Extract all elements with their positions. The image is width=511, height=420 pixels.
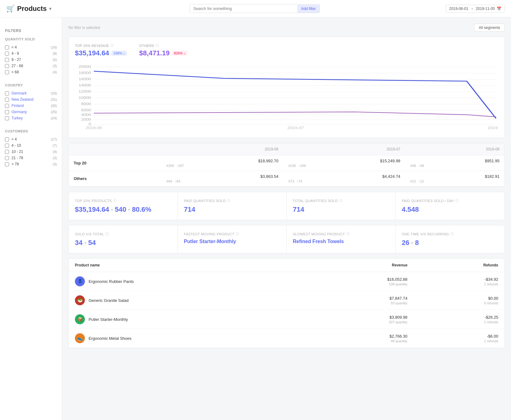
filter-cust-4-10-checkbox[interactable] <box>5 144 9 148</box>
product-name-text: Generic Granite Salad <box>89 298 129 303</box>
product-refund-cell: -$26.25 1 refunds <box>414 310 504 329</box>
cart-icon: 🛒 <box>6 5 15 13</box>
filter-cust-4-10[interactable]: 4 - 10 (7) <box>5 142 57 149</box>
filter-qty-4-9-checkbox[interactable] <box>5 52 9 56</box>
product-avatar: 👟 <box>75 333 85 343</box>
others-badge: 826% ↓ <box>172 51 187 56</box>
calendar-icon: 📅 <box>497 7 501 11</box>
product-name-cell: 📦 Putler Starter-Monthly <box>69 310 305 329</box>
stat-paidday-info-icon[interactable]: ⓘ <box>455 198 459 203</box>
filter-qty-lt4-checkbox[interactable] <box>5 45 9 49</box>
filter-country-denmark[interactable]: Denmark (33) <box>5 90 57 96</box>
filter-country-germany-checkbox[interactable] <box>5 110 9 114</box>
filter-country-germany[interactable]: Germany (25) <box>5 109 57 115</box>
filter-cust-lt4-count: (17) <box>51 137 57 141</box>
filter-cust-4-10-label: 4 - 10 <box>12 143 50 148</box>
stat-totalqty-info-icon[interactable]: ⓘ <box>339 198 343 203</box>
others-jun: $3,863.54 #64↑64 <box>162 171 283 187</box>
top20-label: TOP 20% REVENUE ⓘ <box>75 43 127 48</box>
add-filter-button[interactable]: Add filter <box>297 5 320 13</box>
product-table: Product name Revenue Refunds 👖 Ergonomic… <box>69 259 504 348</box>
others-aug: $182.91 #12↑12 <box>405 171 504 187</box>
sidebar: FILTERS Quantity Sold < 4 (16) 4 - 9 (8)… <box>0 17 62 420</box>
stat-paidqty-info-icon[interactable]: ⓘ <box>227 198 230 203</box>
filter-country-turkey-checkbox[interactable] <box>5 116 9 120</box>
stat-soldvs-info-icon[interactable]: ⓘ <box>105 232 109 236</box>
product-avatar: 👖 <box>75 276 85 286</box>
svg-text:8000: 8000 <box>81 102 91 106</box>
chevron-down-icon[interactable]: ▾ <box>49 6 51 11</box>
svg-text:2000: 2000 <box>81 118 91 121</box>
filter-cust-21-78-checkbox[interactable] <box>5 156 9 160</box>
svg-text:4000: 4000 <box>81 113 91 117</box>
product-row: 🥗 Generic Granite Salad $7,847.74 93 qua… <box>69 291 504 310</box>
stat-top20-info-icon[interactable]: ⓘ <box>113 198 116 203</box>
stat-fastest-info-icon[interactable]: ⓘ <box>236 232 239 236</box>
product-revenue-cell: $2,766.30 48 quantity <box>305 329 414 348</box>
filter-qty-lt4[interactable]: < 4 (16) <box>5 44 57 50</box>
filter-country-finland-checkbox[interactable] <box>5 104 9 108</box>
col-header-aug: 2019-08 <box>405 143 504 155</box>
filter-cust-21-78[interactable]: 21 - 78 (3) <box>5 155 57 161</box>
stat-sold-vs-total: SOLD V/S TOTAL ⓘ 34 • 54 <box>69 225 178 253</box>
top20-metric: TOP 20% REVENUE ⓘ $35,194.64 168% ↓ <box>75 43 127 57</box>
filter-cust-lt4[interactable]: < 4 (17) <box>5 136 57 142</box>
others-info-icon[interactable]: ⓘ <box>155 43 159 48</box>
filter-cust-21-78-label: 21 - 78 <box>12 156 50 160</box>
date-from: 2019-06-01 <box>449 7 468 11</box>
filter-cust-lt4-checkbox[interactable] <box>5 137 9 141</box>
chart-svg: 20000 18000 16000 14000 12000 10000 8000… <box>75 62 498 131</box>
filter-qty-gt68[interactable]: > 68 (4) <box>5 69 57 75</box>
product-avatar: 🥗 <box>75 295 85 305</box>
filter-cust-10-21[interactable]: 10 - 21 (4) <box>5 149 57 155</box>
filter-qty-27-68-checkbox[interactable] <box>5 64 9 68</box>
others-label: OTHERS ⓘ <box>139 43 187 48</box>
stat-fastest-product: FASTEST MOVING PRODUCT ⓘ Putler Starter-… <box>178 225 287 253</box>
col-header-jun: 2019-06 <box>162 143 283 155</box>
header: 🛒 Products ▾ Add filter 2019-06-01 → 201… <box>0 0 511 17</box>
date-range[interactable]: 2019-06-01 → 2019-11-05 📅 <box>446 5 505 13</box>
filter-qty-4-9-count: (8) <box>53 52 57 55</box>
product-name-text: Ergonomic Rubber Pants <box>89 279 134 284</box>
title-text: Products <box>17 5 47 13</box>
stat-paid-per-day: PAID QUANTITIES SOLD / DAY ⓘ 4.548 <box>396 192 505 220</box>
filter-country-turkey[interactable]: Turkey (24) <box>5 115 57 121</box>
stat-onetime-info-icon[interactable]: ⓘ <box>450 232 454 236</box>
filter-section-country-title: Country <box>5 83 57 87</box>
filter-qty-9-27[interactable]: 9 - 27 (5) <box>5 57 57 63</box>
all-segments-button[interactable]: All segments <box>474 24 505 32</box>
filter-cust-gt78[interactable]: > 78 (3) <box>5 161 57 167</box>
filter-country-turkey-count: (24) <box>51 116 57 120</box>
filter-section-customers-title: Customers <box>5 129 57 133</box>
filter-qty-gt68-checkbox[interactable] <box>5 70 9 74</box>
others-jul: $4,424.74 #73↑74 <box>283 171 405 187</box>
filter-qty-lt4-label: < 4 <box>12 45 48 49</box>
col-header-label <box>69 143 162 155</box>
filter-country-finland[interactable]: Finland (30) <box>5 103 57 109</box>
stat-slowest-info-icon[interactable]: ⓘ <box>346 232 350 236</box>
filter-cust-gt78-checkbox[interactable] <box>5 162 9 166</box>
svg-text:10000: 10000 <box>79 96 91 99</box>
search-input[interactable] <box>190 4 297 13</box>
product-col-revenue: Revenue <box>305 259 414 272</box>
product-table-card: Product name Revenue Refunds 👖 Ergonomic… <box>68 258 505 348</box>
filter-country-newzealand-checkbox[interactable] <box>5 98 9 102</box>
filter-qty-4-9[interactable]: 4 - 9 (8) <box>5 50 57 57</box>
product-avatar: 📦 <box>75 314 85 324</box>
filter-country-germany-label: Germany <box>12 110 48 114</box>
others-metric: OTHERS ⓘ $8,471.19 826% ↓ <box>139 43 187 57</box>
main-content: No filter is selected All segments TOP 2… <box>62 17 511 420</box>
filter-qty-9-27-checkbox[interactable] <box>5 58 9 62</box>
product-revenue-cell: $3,909.98 207 quantity <box>305 310 414 329</box>
top20-badge: 168% ↓ <box>112 51 127 56</box>
page-title: 🛒 Products ▾ <box>6 5 68 13</box>
filter-cust-21-78-count: (3) <box>53 156 57 160</box>
top20-info-icon[interactable]: ⓘ <box>110 43 114 48</box>
col-header-jul: 2019-07 <box>283 143 405 155</box>
filter-qty-27-68[interactable]: 27 - 68 (3) <box>5 63 57 69</box>
top20-jun: $18,992.70 #256↑267 <box>162 155 283 171</box>
filter-country-denmark-checkbox[interactable] <box>5 91 9 95</box>
filter-country-newzealand[interactable]: New Zealand (31) <box>5 96 57 103</box>
stat-top20-products: TOP 20% PRODUCTS ⓘ $35,194.64 • 540 • 80… <box>69 192 178 220</box>
filter-cust-10-21-checkbox[interactable] <box>5 150 9 154</box>
